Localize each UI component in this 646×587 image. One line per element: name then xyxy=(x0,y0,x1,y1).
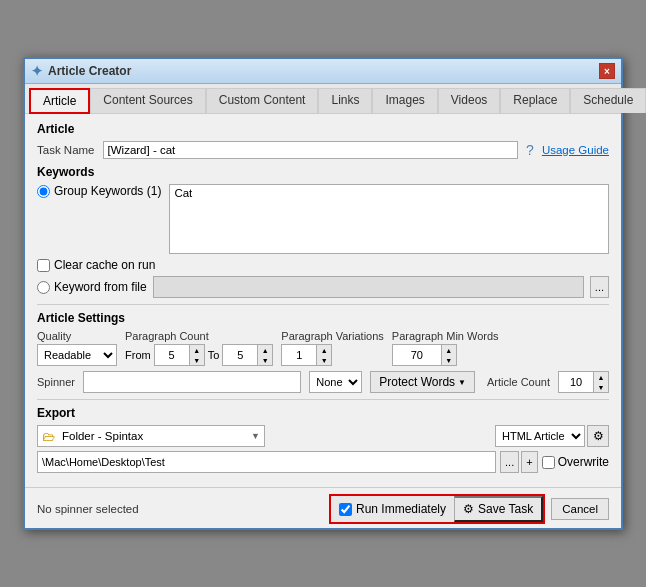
article-count-spinbox: ▲ ▼ xyxy=(558,371,609,393)
close-button[interactable]: × xyxy=(599,63,615,79)
cancel-button[interactable]: Cancel xyxy=(551,498,609,520)
html-article-group: HTML Article ⚙ xyxy=(495,425,609,447)
paragraph-count-from-to: From ▲ ▼ To ▲ xyxy=(125,344,273,366)
to-spinbox-btns: ▲ ▼ xyxy=(258,344,273,366)
tab-images[interactable]: Images xyxy=(372,88,437,113)
keyword-from-file-radio-label[interactable]: Keyword from file xyxy=(37,280,147,294)
to-down-btn[interactable]: ▼ xyxy=(258,355,272,365)
tab-schedule[interactable]: Schedule xyxy=(570,88,646,113)
path-input[interactable] xyxy=(37,451,496,473)
tab-custom-content[interactable]: Custom Content xyxy=(206,88,319,113)
divider2 xyxy=(37,399,609,400)
keyword-file-input[interactable] xyxy=(153,276,584,298)
path-add-button[interactable]: + xyxy=(521,451,537,473)
variations-spinbox-btns: ▲ ▼ xyxy=(317,344,332,366)
variations-input[interactable] xyxy=(281,344,317,366)
to-input[interactable] xyxy=(222,344,258,366)
article-count-up-btn[interactable]: ▲ xyxy=(594,372,608,382)
bottom-right: Run Immediately ⚙ Save Task Cancel xyxy=(329,494,609,524)
usage-guide-link[interactable]: Usage Guide xyxy=(542,144,609,156)
paragraph-variations-label: Paragraph Variations xyxy=(281,330,384,342)
paragraph-variations-group: Paragraph Variations ▲ ▼ xyxy=(281,330,384,366)
tab-videos[interactable]: Videos xyxy=(438,88,500,113)
settings-row1: Quality Readable Standard Unique Paragra… xyxy=(37,330,609,366)
overwrite-checkbox[interactable] xyxy=(542,456,555,469)
path-row: ... + Overwrite xyxy=(37,451,609,473)
html-article-settings-button[interactable]: ⚙ xyxy=(587,425,609,447)
export-section: Export 🗁 Folder - Spintax ▼ HTML Article… xyxy=(37,406,609,473)
run-immediately-label[interactable]: Run Immediately xyxy=(331,496,454,522)
folder-dropdown-arrow: ▼ xyxy=(251,431,260,441)
from-up-btn[interactable]: ▲ xyxy=(190,345,204,355)
group-keywords-radio-label[interactable]: Group Keywords (1) xyxy=(37,184,161,198)
article-settings-title: Article Settings xyxy=(37,311,609,325)
tabs-container: Article Content Sources Custom Content L… xyxy=(25,84,621,114)
task-name-input[interactable] xyxy=(103,141,519,159)
from-label: From xyxy=(125,349,151,361)
bottom-bar: No spinner selected Run Immediately ⚙ Sa… xyxy=(25,487,621,528)
from-down-btn[interactable]: ▼ xyxy=(190,355,204,365)
spinner-none-select[interactable]: None xyxy=(309,371,362,393)
export-row1: 🗁 Folder - Spintax ▼ HTML Article ⚙ xyxy=(37,425,609,447)
article-count-down-btn[interactable]: ▼ xyxy=(594,382,608,392)
keywords-inner: Group Keywords (1) Cat xyxy=(37,184,609,254)
from-spinbox-btns: ▲ ▼ xyxy=(190,344,205,366)
folder-icon: 🗁 xyxy=(42,429,55,444)
group-keywords-radio[interactable] xyxy=(37,185,50,198)
min-words-up-btn[interactable]: ▲ xyxy=(442,345,456,355)
tab-links[interactable]: Links xyxy=(318,88,372,113)
article-count-spinbox-btns: ▲ ▼ xyxy=(594,371,609,393)
quality-select[interactable]: Readable Standard Unique xyxy=(37,344,117,366)
paragraph-count-label: Paragraph Count xyxy=(125,330,273,342)
main-window: ✦ Article Creator × Article Content Sour… xyxy=(23,57,623,530)
from-input[interactable] xyxy=(154,344,190,366)
spinner-input[interactable] xyxy=(83,371,301,393)
protect-words-arrow: ▼ xyxy=(458,378,466,387)
keywords-textarea[interactable]: Cat xyxy=(169,184,609,254)
main-content: Article Task Name ? Usage Guide Keywords… xyxy=(25,114,621,487)
help-icon[interactable]: ? xyxy=(526,142,534,158)
title-bar-left: ✦ Article Creator xyxy=(31,63,131,79)
overwrite-label[interactable]: Overwrite xyxy=(542,455,609,469)
keywords-section: Keywords Group Keywords (1) Cat Clear ca… xyxy=(37,165,609,298)
save-task-button[interactable]: ⚙ Save Task xyxy=(454,496,543,522)
min-words-down-btn[interactable]: ▼ xyxy=(442,355,456,365)
variations-down-btn[interactable]: ▼ xyxy=(317,355,331,365)
tab-article[interactable]: Article xyxy=(29,88,90,114)
protect-words-button[interactable]: Protect Words ▼ xyxy=(370,371,475,393)
run-immediately-checkbox[interactable] xyxy=(339,503,352,516)
article-section-title: Article xyxy=(37,122,609,136)
keyword-file-browse-button[interactable]: ... xyxy=(590,276,609,298)
tab-replace[interactable]: Replace xyxy=(500,88,570,113)
path-browse-button[interactable]: ... xyxy=(500,451,519,473)
overwrite-text: Overwrite xyxy=(558,455,609,469)
article-count-input[interactable] xyxy=(558,371,594,393)
quality-group: Quality Readable Standard Unique xyxy=(37,330,117,366)
spinner-label: Spinner xyxy=(37,376,75,388)
export-section-title: Export xyxy=(37,406,609,420)
variations-up-btn[interactable]: ▲ xyxy=(317,345,331,355)
to-spinbox: ▲ ▼ xyxy=(222,344,273,366)
variations-spinbox: ▲ ▼ xyxy=(281,344,384,366)
to-up-btn[interactable]: ▲ xyxy=(258,345,272,355)
status-text: No spinner selected xyxy=(37,503,139,515)
tab-content-sources[interactable]: Content Sources xyxy=(90,88,205,113)
group-keywords-label: Group Keywords (1) xyxy=(54,184,161,198)
window-title: Article Creator xyxy=(48,64,131,78)
paragraph-count-group: Paragraph Count From ▲ ▼ To xyxy=(125,330,273,366)
clear-cache-checkbox[interactable] xyxy=(37,259,50,272)
article-count-label: Article Count xyxy=(487,376,550,388)
min-words-input[interactable] xyxy=(392,344,442,366)
run-immediately-text: Run Immediately xyxy=(356,502,446,516)
settings-row2: Spinner None Protect Words ▼ Article Cou… xyxy=(37,371,609,393)
clear-cache-label: Clear cache on run xyxy=(54,258,155,272)
keyword-from-file-label: Keyword from file xyxy=(54,280,147,294)
folder-select[interactable]: 🗁 Folder - Spintax ▼ xyxy=(37,425,265,447)
keyword-from-file-radio[interactable] xyxy=(37,281,50,294)
min-words-spinbox: ▲ ▼ xyxy=(392,344,499,366)
min-words-label: Paragraph Min Words xyxy=(392,330,499,342)
task-name-row: Task Name ? Usage Guide xyxy=(37,141,609,159)
html-article-select[interactable]: HTML Article xyxy=(495,425,585,447)
article-section: Article Task Name ? Usage Guide xyxy=(37,122,609,159)
keywords-left: Group Keywords (1) xyxy=(37,184,161,198)
